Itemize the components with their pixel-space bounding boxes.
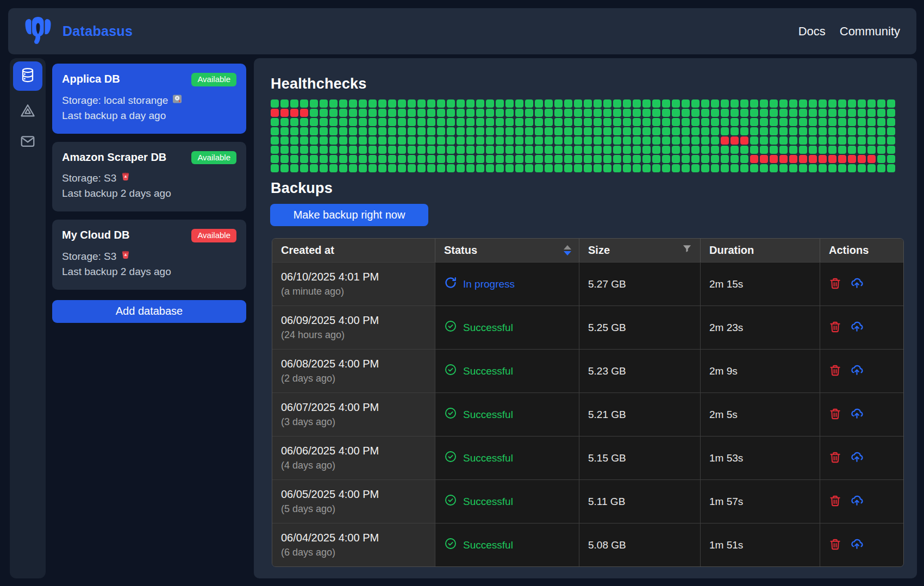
nav-docs-link[interactable]: Docs <box>798 24 826 39</box>
healthcheck-cell-ok <box>779 109 788 117</box>
healthcheck-cell-ok <box>476 109 484 117</box>
healthcheck-cell-ok <box>662 155 670 163</box>
healthcheck-cell-ok <box>828 136 836 145</box>
restore-backup-button[interactable] <box>850 407 864 422</box>
healthcheck-cell-ok <box>779 164 788 172</box>
healthcheck-cell-ok <box>672 109 680 117</box>
healthcheck-cell-ok <box>564 155 572 163</box>
healthcheck-cell-ok <box>457 118 465 126</box>
healthcheck-cell-ok <box>828 146 836 154</box>
healthcheck-cell-ok <box>476 127 484 135</box>
healthcheck-cell-ok <box>867 118 876 126</box>
add-database-button[interactable]: Add database <box>52 300 246 323</box>
healthcheck-cell-ok <box>623 99 631 108</box>
healthcheck-cell-ok <box>271 155 279 163</box>
healthcheck-cell-ok <box>408 99 416 108</box>
healthcheck-cell-failed <box>819 155 827 163</box>
sidebar-item-mail[interactable] <box>20 133 36 152</box>
healthcheck-cell-ok <box>437 109 445 117</box>
healthcheck-cell-ok <box>466 155 475 163</box>
duration-cell: 1m 57s <box>701 480 820 523</box>
healthcheck-cell-ok <box>339 118 347 126</box>
healthcheck-cell-ok <box>877 155 885 163</box>
db-card-title: Amazon Scraper DB <box>62 151 166 164</box>
delete-backup-button[interactable] <box>829 495 841 509</box>
healthcheck-cell-ok <box>564 99 572 108</box>
duration-cell: 1m 53s <box>701 437 820 479</box>
healthcheck-cell-ok <box>691 164 700 172</box>
healthcheck-cell-ok <box>515 118 523 126</box>
healthcheck-cell-ok <box>584 136 592 145</box>
healthcheck-cell-ok <box>271 146 279 154</box>
healthcheck-cell-ok <box>280 127 289 135</box>
healthcheck-cell-ok <box>378 155 386 163</box>
check-circle-icon <box>444 320 457 335</box>
db-card[interactable]: Applica DBAvailableStorage: local storan… <box>52 64 246 134</box>
delete-backup-button[interactable] <box>829 538 841 552</box>
delete-backup-button[interactable] <box>829 451 841 465</box>
healthcheck-cell-ok <box>359 136 367 145</box>
delete-backup-button[interactable] <box>829 277 841 291</box>
size-cell: 5.15 GB <box>579 437 701 479</box>
healthcheck-cell-ok <box>388 118 396 126</box>
trash-icon <box>829 538 841 552</box>
filter-funnel-icon[interactable] <box>682 244 692 257</box>
healthcheck-cell-ok <box>682 164 690 172</box>
restore-backup-button[interactable] <box>850 364 864 379</box>
healthcheck-cell-failed <box>290 109 298 117</box>
healthcheck-cell-ok <box>496 164 504 172</box>
healthcheck-cell-ok <box>476 136 484 145</box>
healthcheck-cell-ok <box>594 146 602 154</box>
healthcheck-cell-ok <box>819 146 827 154</box>
healthcheck-cell-ok <box>388 155 396 163</box>
restore-backup-button[interactable] <box>850 451 864 466</box>
healthcheck-cell-ok <box>359 127 367 135</box>
cloud-upload-icon <box>850 320 864 335</box>
restore-backup-button[interactable] <box>850 538 864 553</box>
healthcheck-cell-ok <box>770 146 778 154</box>
restore-backup-button[interactable] <box>850 494 864 509</box>
brand-title: Databasus <box>63 23 133 39</box>
sort-arrows-icon[interactable] <box>564 245 571 255</box>
make-backup-button[interactable]: Make backup right now <box>270 204 428 226</box>
healthcheck-cell-ok <box>290 146 298 154</box>
check-circle-icon <box>444 494 457 509</box>
healthcheck-cell-ok <box>682 118 690 126</box>
healthcheck-cell-ok <box>554 136 563 145</box>
availability-badge: Available <box>191 73 236 86</box>
healthcheck-cell-ok <box>447 118 455 126</box>
healthcheck-cell-ok <box>623 155 631 163</box>
healthcheck-cell-ok <box>554 118 563 126</box>
column-header-status[interactable]: Status <box>435 239 579 262</box>
db-card[interactable]: My Cloud DBAvailableStorage: S3Last back… <box>52 220 246 290</box>
hard-disk-icon <box>172 93 182 108</box>
delete-backup-button[interactable] <box>829 408 841 422</box>
sidebar-item-databases[interactable] <box>13 61 42 91</box>
healthcheck-cell-ok <box>672 146 680 154</box>
healthcheck-cell-ok <box>701 99 709 108</box>
restore-backup-button[interactable] <box>850 277 864 292</box>
healthcheck-cell-ok <box>496 127 504 135</box>
healthcheck-cell-ok <box>858 164 866 172</box>
healthcheck-cell-ok <box>280 155 289 163</box>
healthcheck-cell-ok <box>574 118 582 126</box>
restore-backup-button[interactable] <box>850 320 864 335</box>
column-header-size[interactable]: Size <box>579 239 701 262</box>
healthcheck-cell-ok <box>848 127 856 135</box>
database-list: Applica DBAvailableStorage: local storan… <box>52 64 246 323</box>
sidebar-item-drive[interactable] <box>20 103 36 121</box>
healthcheck-cell-ok <box>300 99 308 108</box>
healthcheck-cell-ok <box>525 146 533 154</box>
healthcheck-cell-ok <box>320 164 328 172</box>
delete-backup-button[interactable] <box>829 364 841 378</box>
healthcheck-cell-ok <box>740 109 748 117</box>
healthcheck-cell-ok <box>701 127 709 135</box>
healthcheck-cell-ok <box>887 127 895 135</box>
nav-community-link[interactable]: Community <box>840 24 900 39</box>
delete-backup-button[interactable] <box>829 321 841 335</box>
healthcheck-cell-ok <box>838 146 846 154</box>
healthcheck-cell-ok <box>515 99 523 108</box>
healthcheck-cell-ok <box>750 164 758 172</box>
healthcheck-cell-ok <box>427 155 435 163</box>
db-card[interactable]: Amazon Scraper DBAvailableStorage: S3Las… <box>52 142 246 212</box>
